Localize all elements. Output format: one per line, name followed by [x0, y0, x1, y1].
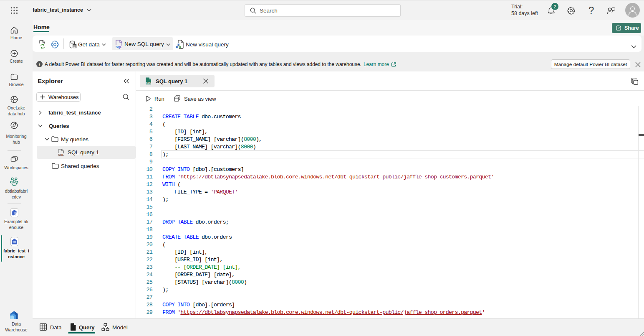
svg-text:SQL: SQL [146, 81, 151, 84]
svg-text:SQL: SQL [116, 45, 122, 49]
svg-text:SQL: SQL [58, 153, 64, 156]
